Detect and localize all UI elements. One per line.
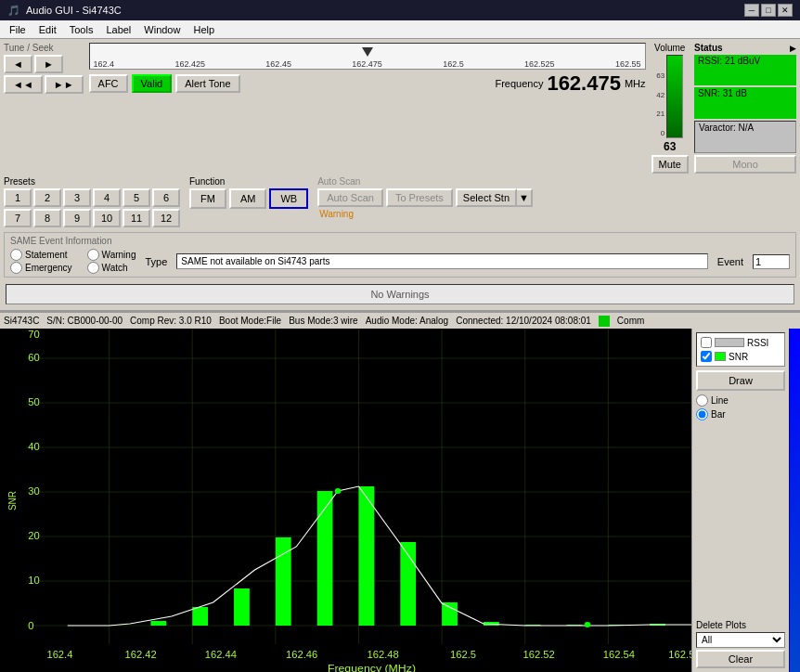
warning-option[interactable]: Warning <box>87 249 136 261</box>
scrollbar[interactable] <box>789 329 800 672</box>
comm-label: Comm <box>617 316 644 326</box>
svg-text:70: 70 <box>28 330 40 340</box>
auto-scan-button[interactable]: Auto Scan <box>317 188 383 207</box>
event-spinner[interactable] <box>753 254 790 269</box>
title-bar-left: 🎵 Audio GUI - Si4743C <box>7 5 122 17</box>
type-label: Type <box>145 256 167 267</box>
rssi-checkbox[interactable] <box>701 337 712 348</box>
emergency-option[interactable]: Emergency <box>10 262 72 274</box>
svg-text:162.5: 162.5 <box>450 650 476 660</box>
to-presets-button[interactable]: To Presets <box>386 188 453 207</box>
line-option[interactable]: Line <box>696 394 785 407</box>
mute-button[interactable]: Mute <box>652 155 689 174</box>
maximize-button[interactable]: □ <box>761 4 776 17</box>
snr-legend-item: SNR <box>701 351 781 362</box>
volume-bar-fill <box>667 56 682 137</box>
next-next-button[interactable]: ►► <box>45 75 84 94</box>
statement-radio[interactable] <box>10 249 22 261</box>
menu-label[interactable]: Label <box>100 23 136 36</box>
statement-option[interactable]: Statement <box>10 249 72 261</box>
app-icon: 🎵 <box>7 5 20 17</box>
title-bar: 🎵 Audio GUI - Si4743C ─ □ ✕ <box>0 0 800 20</box>
frequency-value: 162.475 <box>547 71 621 96</box>
volume-bar <box>666 55 683 138</box>
wb-button[interactable]: WB <box>269 188 308 209</box>
select-stn-dropdown[interactable]: ▼ <box>517 188 533 207</box>
svg-text:162.46: 162.46 <box>286 650 317 660</box>
delete-plots-section: Delete Plots All Clear <box>696 620 785 668</box>
alert-tone-button[interactable]: Alert Tone <box>175 74 239 93</box>
minimize-button[interactable]: ─ <box>744 4 759 17</box>
scan-controls: Auto Scan To Presets Select Stn ▼ <box>317 188 533 207</box>
svg-text:20: 20 <box>28 531 40 541</box>
tune-seek-label: Tune / Seek <box>4 43 84 53</box>
window-title: Audio GUI - Si4743C <box>26 5 122 16</box>
status-section: Status ▶ RSSI: 21 dBuV SNR: 31 dB Varact… <box>694 43 796 174</box>
preset-2[interactable]: 2 <box>33 188 61 207</box>
svg-rect-30 <box>359 486 375 626</box>
warning-radio[interactable] <box>87 249 99 261</box>
select-stn-group: Select Stn ▼ <box>456 188 533 207</box>
preset-7[interactable]: 7 <box>4 209 32 227</box>
event-label: Event <box>717 256 743 267</box>
menu-window[interactable]: Window <box>138 23 186 36</box>
svg-text:50: 50 <box>28 397 40 407</box>
svg-rect-27 <box>234 588 250 626</box>
emergency-radio[interactable] <box>10 262 22 274</box>
prev-prev-button[interactable]: ◄◄ <box>4 75 43 94</box>
preset-9[interactable]: 9 <box>63 209 91 227</box>
select-stn-button[interactable]: Select Stn <box>456 188 517 207</box>
preset-4[interactable]: 4 <box>93 188 121 207</box>
presets-section: Presets 1 2 3 4 5 6 7 8 9 10 11 12 <box>4 176 180 227</box>
function-label: Function <box>189 176 308 187</box>
bar-option[interactable]: Bar <box>696 408 785 420</box>
varactor-status: Varactor: N/A <box>694 121 796 153</box>
function-section: Function FM AM WB <box>189 176 308 209</box>
preset-8[interactable]: 8 <box>33 209 61 227</box>
preset-6[interactable]: 6 <box>152 188 180 207</box>
line-radio[interactable] <box>696 394 708 407</box>
menu-edit[interactable]: Edit <box>33 23 62 36</box>
menu-help[interactable]: Help <box>187 23 220 36</box>
preset-12[interactable]: 12 <box>152 209 180 227</box>
preset-11[interactable]: 11 <box>123 209 150 227</box>
watch-radio[interactable] <box>87 262 99 274</box>
svg-text:162.55: 162.55 <box>668 650 691 660</box>
no-warnings-bar: No Warnings <box>6 284 794 304</box>
watch-option[interactable]: Watch <box>87 262 136 274</box>
status-bar: Si4743C S/N: CB000-00-00 Comp Rev: 3.0 R… <box>0 312 800 329</box>
preset-10[interactable]: 10 <box>93 209 121 227</box>
preset-5[interactable]: 5 <box>123 188 150 207</box>
prev-button[interactable]: ◄ <box>4 55 32 73</box>
am-button[interactable]: AM <box>229 188 267 209</box>
preset-3[interactable]: 3 <box>63 188 91 207</box>
serial-number: S/N: CB000-00-00 <box>46 316 123 326</box>
y-axis-label-area: SNR <box>0 329 26 672</box>
close-button[interactable]: ✕ <box>778 4 793 17</box>
preset-1[interactable]: 1 <box>4 188 32 207</box>
bar-radio[interactable] <box>696 408 708 420</box>
chart-area: SNR <box>0 329 800 672</box>
title-bar-controls[interactable]: ─ □ ✕ <box>744 4 793 17</box>
draw-button[interactable]: Draw <box>696 370 785 391</box>
svg-rect-29 <box>317 491 333 626</box>
chart-svg: 0 10 20 30 40 50 60 70 <box>26 329 691 672</box>
legend-box: RSSI SNR <box>696 332 785 367</box>
menu-tools[interactable]: Tools <box>64 23 99 36</box>
connected-status: Connected: 12/10/2024 08:08:01 <box>456 316 591 326</box>
presets-grid: 1 2 3 4 5 6 7 8 9 10 11 12 <box>4 188 180 227</box>
afc-button[interactable]: AFC <box>89 74 128 93</box>
fm-button[interactable]: FM <box>189 188 226 209</box>
scan-section: Auto Scan Auto Scan To Presets Select St… <box>317 176 533 219</box>
same-type-input[interactable] <box>176 253 708 269</box>
delete-plots-select[interactable]: All <box>696 632 785 648</box>
valid-button[interactable]: Valid <box>132 74 173 93</box>
menu-file[interactable]: File <box>4 23 32 36</box>
clear-button[interactable]: Clear <box>696 650 785 668</box>
y-axis-label: SNR <box>8 490 19 510</box>
audio-mode: Audio Mode: Analog <box>366 316 449 326</box>
next-button[interactable]: ► <box>34 55 63 73</box>
snr-checkbox[interactable] <box>701 351 712 362</box>
svg-point-39 <box>585 622 591 627</box>
mono-button[interactable]: Mono <box>694 155 796 174</box>
